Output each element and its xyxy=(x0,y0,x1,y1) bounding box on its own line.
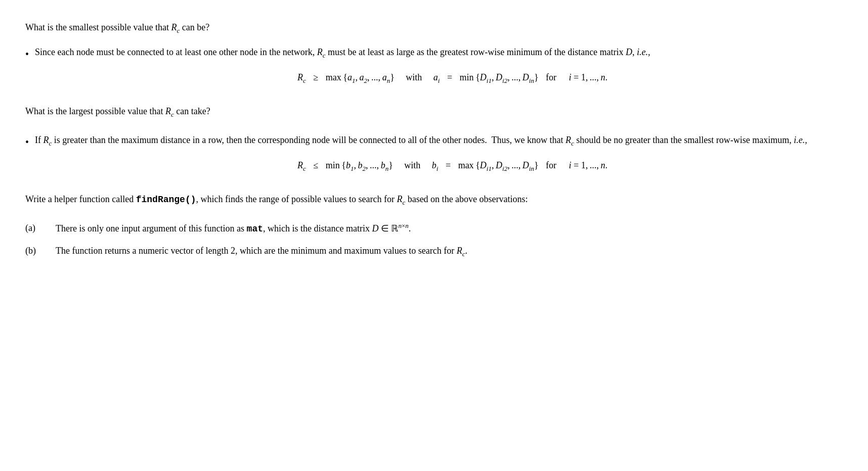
enum-text-b: The function returns a numeric vector of… xyxy=(56,244,835,259)
question1: What is the smallest possible value that… xyxy=(25,20,835,36)
bullet-dot-2: • xyxy=(25,134,29,150)
enum-label-a: (a) xyxy=(25,221,56,236)
helper-text: Write a helper function called findRange… xyxy=(25,194,528,204)
formula-2: Rc ≤ min {b1, b2, ..., bn} with bi = max… xyxy=(75,158,835,174)
page-content: What is the smallest possible value that… xyxy=(25,20,835,259)
enum-label-b: (b) xyxy=(25,244,56,258)
formula-2-content: Rc ≤ min {b1, b2, ..., bn} with bi = max… xyxy=(297,158,613,174)
a-text: There is only one input argument of this… xyxy=(56,223,411,233)
formula-1: Rc ≥ max {a1, a2, ..., an} with ai = min… xyxy=(75,70,835,86)
enum-list: (a) There is only one input argument of … xyxy=(25,221,835,259)
q1-text: What is the smallest possible value that… xyxy=(25,22,209,32)
b1-text: Since each node must be connected to at … xyxy=(35,47,650,57)
bullet-dot-1: • xyxy=(25,46,29,62)
bullet-list-1: • Since each node must be connected to a… xyxy=(25,45,835,95)
bullet-item-1: • Since each node must be connected to a… xyxy=(25,45,835,95)
bullet-text-1: Since each node must be connected to at … xyxy=(35,45,835,95)
q2-text: What is the largest possible value that … xyxy=(25,106,210,116)
question2: What is the largest possible value that … xyxy=(25,104,835,120)
enum-item-a: (a) There is only one input argument of … xyxy=(25,221,835,237)
bullet-text-2: If Rc is greater than the maximum distan… xyxy=(35,133,835,183)
bullet-item-2: • If Rc is greater than the maximum dist… xyxy=(25,133,835,183)
b-text: The function returns a numeric vector of… xyxy=(56,246,467,256)
helper-paragraph: Write a helper function called findRange… xyxy=(25,192,835,208)
enum-item-b: (b) The function returns a numeric vecto… xyxy=(25,244,835,259)
b2-text: If Rc is greater than the maximum distan… xyxy=(35,135,807,145)
enum-text-a: There is only one input argument of this… xyxy=(56,221,835,237)
bullet-list-2: • If Rc is greater than the maximum dist… xyxy=(25,133,835,183)
formula-1-content: Rc ≥ max {a1, a2, ..., an} with ai = min… xyxy=(297,70,613,86)
